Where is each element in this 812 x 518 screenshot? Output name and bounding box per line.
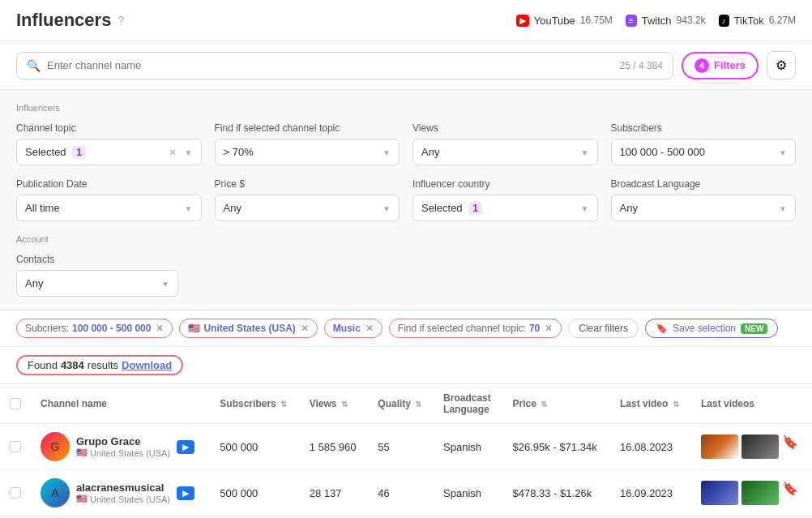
price-group: Price $ Any ▼ xyxy=(215,178,400,221)
channel-topic-clear[interactable]: ✕ xyxy=(169,147,177,158)
results-table-wrap: Channel name Subscribers ⇅ Views ⇅ Quali… xyxy=(0,384,812,516)
publication-date-select[interactable]: All time ▼ xyxy=(16,195,202,221)
row2-quality: 46 xyxy=(368,470,434,516)
save-selection-button[interactable]: 🔖 Save selection NEW xyxy=(645,319,778,338)
price-wrap: Any ▼ xyxy=(215,195,400,221)
influencer-country-select[interactable]: Selected 1 ▼ xyxy=(412,195,598,221)
results-text: results xyxy=(88,359,118,371)
platform-badges: ▶ YouTube 16.75M ≡ Twitch 943.2k ♪ TikTo… xyxy=(516,15,796,27)
subscribers-chevron: ▼ xyxy=(779,148,787,156)
row2-bookmark-icon[interactable]: 🔖 xyxy=(782,481,798,505)
views-wrap: Any ▼ xyxy=(412,139,598,165)
broadcast-language-label: Broadcast Language xyxy=(611,178,797,190)
col-header-channel-name[interactable]: Channel name xyxy=(31,384,210,424)
col-header-subscribers[interactable]: Subscribers ⇅ xyxy=(210,384,299,424)
row2-thumbs: 🔖 xyxy=(701,481,802,505)
youtube-icon: ▶ xyxy=(516,15,529,27)
row2-checkbox[interactable] xyxy=(10,487,21,499)
filters-label: Filters xyxy=(714,59,746,71)
views-select[interactable]: Any ▼ xyxy=(412,139,598,165)
row2-thumb-2[interactable] xyxy=(741,481,779,505)
contacts-wrap: Any ▼ xyxy=(16,270,178,297)
views-chevron: ▼ xyxy=(581,148,589,156)
row2-yt-button[interactable]: ▶ xyxy=(177,486,194,500)
row1-subscribers: 500 000 xyxy=(210,424,299,470)
chip-topic-value: 70 xyxy=(529,323,540,334)
twitch-platform[interactable]: ≡ Twitch 943.2k xyxy=(626,15,706,27)
filter-settings-button[interactable]: ⚙ xyxy=(767,51,796,79)
chip-country-clear[interactable]: ✕ xyxy=(301,323,309,334)
row2-subscribers: 500 000 xyxy=(210,470,299,516)
contacts-chevron: ▼ xyxy=(161,279,169,288)
tiktok-platform[interactable]: ♪ TikTok 6.27M xyxy=(719,15,796,27)
chip-subscribers-label: Subcriers: xyxy=(25,323,69,334)
col-header-last-video[interactable]: Last video ⇅ xyxy=(610,384,691,424)
results-count: 4384 xyxy=(61,359,84,371)
row2-price: $478.33 - $1.26k xyxy=(503,470,610,516)
row2-thumb-1[interactable] xyxy=(701,481,738,505)
price-select[interactable]: Any ▼ xyxy=(215,195,400,221)
row1-quality: 55 xyxy=(368,424,434,470)
select-all-checkbox[interactable] xyxy=(10,398,21,409)
clear-filters-button[interactable]: Clear filters xyxy=(568,319,639,338)
filters-button[interactable]: 4 Filters xyxy=(682,52,759,79)
tiktok-icon: ♪ xyxy=(719,15,729,27)
contacts-select[interactable]: Any ▼ xyxy=(16,270,178,297)
help-icon[interactable]: ? xyxy=(118,14,124,27)
account-section-label: Account xyxy=(16,234,796,244)
influencer-country-group: Influencer country Selected 1 ▼ xyxy=(412,178,598,221)
row1-avatar: G xyxy=(41,432,70,461)
publication-date-wrap: All time ▼ xyxy=(16,195,202,221)
row2-check xyxy=(0,470,31,516)
twitch-count: 943.2k xyxy=(677,15,706,26)
row1-thumb-2[interactable] xyxy=(741,435,779,459)
channel-topic-select[interactable]: Selected 1 ✕ ▼ xyxy=(16,139,202,165)
row1-yt-button[interactable]: ▶ xyxy=(177,440,194,454)
table-header-row: Channel name Subscribers ⇅ Views ⇅ Quali… xyxy=(0,384,812,424)
row1-last-videos: 🔖 xyxy=(691,424,812,470)
chip-subscribers-clear[interactable]: ✕ xyxy=(156,323,164,334)
active-filter-subscribers: Subcriers: 100 000 - 500 000 ✕ xyxy=(16,319,173,338)
col-header-price[interactable]: Price ⇅ xyxy=(503,384,610,424)
broadcast-language-chevron: ▼ xyxy=(779,203,787,212)
row2-channel-name: alacranesmusical xyxy=(76,482,170,494)
col-header-quality[interactable]: Quality ⇅ xyxy=(368,384,434,424)
search-icon: 🔍 xyxy=(27,59,41,72)
channel-topic-chevron: ▼ xyxy=(185,148,193,156)
tiktok-count: 6.27M xyxy=(769,15,796,26)
chip-country-value: United States (USA) xyxy=(203,323,295,334)
row1-bookmark-icon[interactable]: 🔖 xyxy=(782,435,798,459)
publication-date-group: Publication Date All time ▼ xyxy=(16,178,202,221)
subscribers-label: Subscribers xyxy=(611,122,797,134)
broadcast-language-value: Any xyxy=(620,202,638,214)
channel-topic-value: Selected 1 xyxy=(25,146,86,158)
quality-sort-icon: ⇅ xyxy=(415,400,421,409)
table-row: G Grupo Grace 🇺🇸 United States (USA) ▶ 5… xyxy=(0,424,812,470)
chip-music-clear[interactable]: ✕ xyxy=(365,323,374,334)
contacts-value: Any xyxy=(25,277,43,289)
search-input[interactable] xyxy=(47,59,613,71)
row1-checkbox[interactable] xyxy=(10,441,21,452)
search-input-wrap: 🔍 25 / 4 384 xyxy=(16,52,673,79)
active-filters-row: Subcriers: 100 000 - 500 000 ✕ 🇺🇸 United… xyxy=(0,310,812,347)
row1-price: $26.95k - $71.34k xyxy=(503,424,610,470)
tiktok-label: TikTok xyxy=(734,15,764,27)
chip-topic-clear[interactable]: ✕ xyxy=(545,323,553,334)
influencer-country-chevron: ▼ xyxy=(581,203,589,212)
row2-language: Spanish xyxy=(434,470,503,516)
row1-thumb-1[interactable] xyxy=(701,435,738,459)
subscribers-select[interactable]: 100 000 - 500 000 ▼ xyxy=(611,139,797,165)
publication-date-chevron: ▼ xyxy=(185,203,193,212)
youtube-platform[interactable]: ▶ YouTube 16.75M xyxy=(516,15,613,27)
search-bar-row: 🔍 25 / 4 384 4 Filters ⚙ xyxy=(0,41,812,90)
broadcast-language-select[interactable]: Any ▼ xyxy=(611,195,797,221)
last-video-sort-icon: ⇅ xyxy=(673,400,679,409)
publication-date-label: Publication Date xyxy=(16,178,202,190)
download-link[interactable]: Download xyxy=(122,359,172,371)
col-header-views[interactable]: Views ⇅ xyxy=(300,384,369,424)
sliders-icon: ⚙ xyxy=(776,58,787,73)
views-label: Views xyxy=(412,122,598,134)
find-if-selected-select[interactable]: > 70% ▼ xyxy=(215,139,400,165)
col-header-broadcast-language[interactable]: BroadcastLanguage xyxy=(434,384,503,424)
active-filter-music: Music ✕ xyxy=(324,319,382,338)
